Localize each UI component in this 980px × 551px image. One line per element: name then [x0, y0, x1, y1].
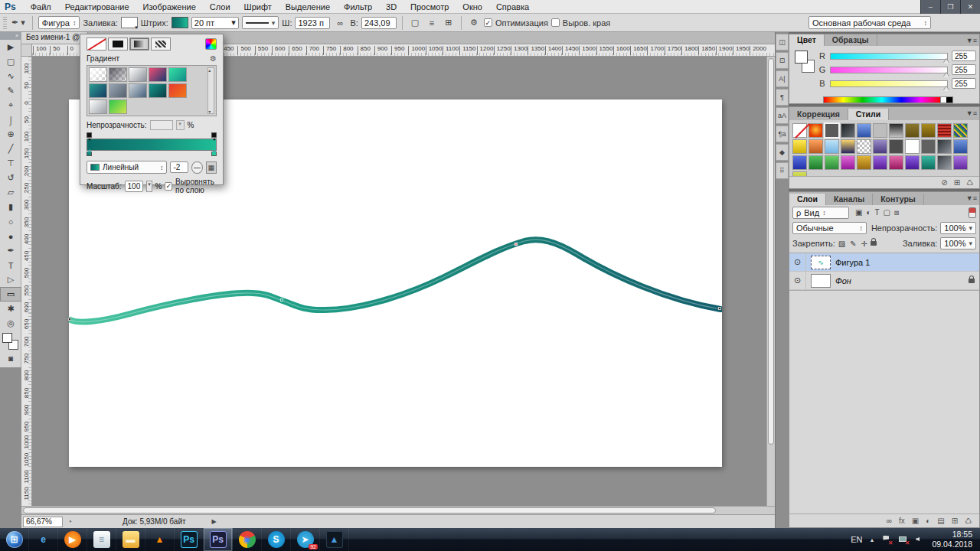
opacity-stop-right[interactable] [211, 132, 217, 138]
path-anchor-point-1[interactable] [68, 318, 71, 321]
style-swatch-8[interactable] [921, 123, 936, 138]
gradient-editor-bar[interactable] [87, 139, 217, 151]
style-swatch-7[interactable] [905, 123, 920, 138]
menu-item-3[interactable]: Слои [203, 2, 237, 11]
color-tab-0[interactable]: Цвет [789, 34, 825, 46]
reverse-gradient-button[interactable]: ▦ [206, 161, 217, 174]
style-swatch-27[interactable] [873, 155, 887, 170]
gradient-preset-green-to-teal[interactable] [168, 67, 187, 82]
layer-effects-icon[interactable]: fx [899, 517, 905, 525]
clear-style-icon[interactable]: ⊘ [941, 178, 947, 187]
menu-item-1[interactable]: Редактирование [58, 2, 136, 11]
path-anchor-point-4[interactable] [718, 307, 721, 310]
notepad[interactable]: ≡ [87, 528, 116, 551]
filter-shape-layers-icon[interactable]: ▢ [884, 208, 890, 217]
style-swatch-29[interactable] [905, 155, 920, 170]
gradient-type-select[interactable]: Линейный↕ [87, 161, 167, 174]
black-swatch[interactable] [946, 97, 952, 103]
color-stop-left[interactable] [87, 152, 92, 156]
vlc[interactable]: ▲ [145, 528, 175, 551]
skype[interactable]: S [262, 528, 291, 551]
style-swatch-13[interactable] [825, 139, 839, 154]
align-edges-checkbox[interactable] [551, 18, 560, 27]
3d-panel-icon[interactable]: ◆ [776, 144, 789, 161]
tool-mode-select[interactable]: Фигура↕ [38, 16, 80, 29]
healing-brush-tool[interactable]: ⊕ [0, 127, 21, 142]
history-brush-tool[interactable]: ↺ [0, 171, 21, 185]
toolbox-collapse-icon[interactable]: » [0, 32, 21, 40]
options-grip[interactable] [3, 17, 7, 29]
opacity-stop-left[interactable] [87, 132, 92, 138]
style-swatch-22[interactable] [792, 155, 807, 170]
foreground-color-swatch[interactable] [795, 51, 808, 64]
network-icon[interactable]: ✕ [898, 535, 908, 545]
vertical-ruler[interactable]: 1005005010015020025030035040045050055060… [21, 57, 32, 506]
scrollbar-thumb[interactable] [23, 507, 716, 514]
menu-item-5[interactable]: Выделение [279, 2, 337, 11]
minimize-button[interactable]: – [920, 0, 940, 14]
layers-tab-1[interactable]: Каналы [826, 194, 873, 205]
gradient-tool[interactable]: ▮ [0, 200, 21, 214]
align-to-layer-checkbox[interactable]: ✓ [165, 182, 172, 191]
angle-input[interactable]: -2 [170, 161, 188, 173]
scrollbar-thumb[interactable] [768, 58, 774, 445]
delete-style-icon[interactable]: ♺ [966, 178, 973, 187]
adjustment-layer-icon[interactable]: ◐ [926, 517, 930, 525]
document-tab[interactable]: Без имени-1 @ [21, 32, 88, 44]
layer-thumbnail[interactable] [811, 274, 831, 288]
zoom-tool[interactable]: ◎ [0, 316, 21, 331]
layer-visibility-eye-icon[interactable]: ⊙ [789, 272, 806, 289]
gradient-preset-silver-blue[interactable] [129, 83, 147, 98]
ruler-origin-corner[interactable] [21, 44, 32, 57]
layer-filter-select[interactable]: ρВид↕ [792, 207, 849, 219]
layer-group-icon[interactable]: ▤ [937, 517, 944, 525]
style-swatch-32[interactable] [953, 155, 968, 170]
white-swatch[interactable] [940, 97, 946, 103]
style-swatch-18[interactable] [905, 139, 920, 154]
pen-tool[interactable]: ✒ [0, 243, 21, 258]
style-swatch-2[interactable] [825, 123, 839, 138]
style-swatch-3[interactable] [841, 123, 855, 138]
clone-stamp-tool[interactable]: ⊤ [0, 156, 21, 171]
gradient-preset-fg-to-transparent[interactable] [89, 67, 107, 82]
restore-button[interactable]: ❐ [940, 0, 960, 14]
path-anchor-point-2[interactable] [280, 298, 283, 302]
foreground-background-widget[interactable] [792, 49, 818, 78]
channel-slider[interactable] [830, 80, 948, 87]
style-swatch-15[interactable] [857, 139, 871, 154]
style-swatch-21[interactable] [953, 139, 968, 154]
menu-item-9[interactable]: Окно [456, 2, 489, 11]
layers-tab-0[interactable]: Слои [789, 194, 826, 205]
quick-selection-tool[interactable]: ✎ [0, 83, 21, 98]
internet-explorer[interactable]: e [29, 528, 58, 551]
character-panel-icon[interactable]: A| [776, 70, 789, 87]
gradient-preset-white-to-silver[interactable] [89, 99, 107, 114]
style-swatch-10[interactable] [953, 123, 968, 138]
no-color-button[interactable] [87, 37, 106, 51]
start-button[interactable]: ⊞ [0, 528, 29, 551]
style-swatch-23[interactable] [808, 155, 823, 170]
link-layers-icon[interactable]: ∞ [887, 517, 892, 525]
path-anchor-point-3[interactable] [514, 243, 518, 246]
pattern-fill-button[interactable] [151, 37, 171, 51]
menu-item-8[interactable]: Просмотр [403, 2, 456, 11]
menu-item-7[interactable]: 3D [379, 2, 403, 11]
style-swatch-24[interactable] [825, 155, 839, 170]
channel-slider[interactable] [830, 67, 948, 73]
path-alignment-button[interactable]: ≡ [425, 16, 439, 30]
style-swatch-26[interactable] [857, 155, 871, 170]
channel-value-input[interactable]: 255 [952, 64, 976, 75]
style-swatch-1[interactable] [808, 123, 823, 138]
horizontal-scrollbar[interactable] [21, 506, 775, 514]
gradient-preset-steel[interactable] [109, 83, 127, 98]
layer-visibility-eye-icon[interactable]: ⊙ [789, 253, 806, 271]
quick-mask-button[interactable]: ◙ [0, 352, 21, 364]
clock[interactable]: 18:55 09.04.2018 [932, 530, 972, 549]
color-stop-right[interactable] [211, 152, 217, 156]
panel-menu-icon[interactable]: ▼≡ [966, 37, 977, 44]
properties-panel-icon[interactable]: ◫ [776, 34, 789, 51]
dodge-tool[interactable]: ● [0, 229, 21, 243]
gradient-preset-deep-teal[interactable] [149, 83, 167, 98]
paragraph-panel-icon[interactable]: ¶ [776, 89, 789, 106]
color-picker-icon[interactable] [205, 38, 217, 50]
